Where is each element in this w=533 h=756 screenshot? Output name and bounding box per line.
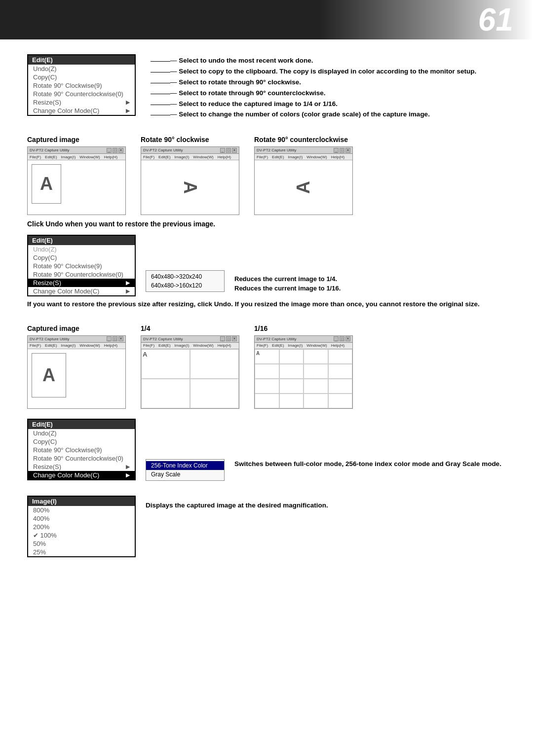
menu-item-800[interactable]: 800%: [28, 506, 135, 514]
desc-resize: — Select to reduce the captured image to…: [170, 100, 338, 109]
sixteenth-size-window: DV-PT2 Capture Utility _ □ ✕ File(F)Edit…: [254, 335, 353, 409]
menu-title-2: Edit(E): [28, 236, 135, 245]
sim-body-3: A: [255, 160, 352, 215]
resize-desc-row-1: Reduces the current image to 1/4.: [234, 275, 506, 283]
image-menu-row: Image(I) 800% 400% 200% ✔ 100% 50% 25% D…: [27, 496, 506, 557]
menu-item-resize-3[interactable]: Resize(S)▶: [28, 463, 135, 471]
page-number: 61: [478, 4, 513, 36]
captured-image-label: Captured image: [27, 136, 79, 144]
menu-item-color-2[interactable]: Change Color Mode(C)▶: [28, 287, 135, 295]
color-desc: Switches between full-color mode, 256-to…: [234, 459, 506, 469]
menu-item-rotate-ccw-2[interactable]: Rotate 90° Counterclockwise(0): [28, 270, 135, 279]
menu-item-copy-1[interactable]: Copy(C): [28, 73, 135, 81]
images-row-1: Captured image DV-PT2 Capture Utility _ …: [27, 136, 506, 215]
sim-menubar-1: File(F)Edit(E)Image(I)Window(W)Help(H): [28, 154, 125, 160]
menu-item-resize-1[interactable]: Resize(S)▶: [28, 98, 135, 107]
sixteenth-size-block: 1/16 DV-PT2 Capture Utility _ □ ✕ File(F…: [254, 324, 353, 409]
menu-title-3: Edit(E): [28, 420, 135, 429]
menu-item-undo-3[interactable]: Undo(Z): [28, 429, 135, 437]
menu-item-copy-2[interactable]: Copy(C): [28, 253, 135, 262]
rotate-ccw-block: Rotate 90° counterclockwise DV-PT2 Captu…: [254, 136, 353, 215]
descriptions-1: — Select to undo the most recent work do…: [151, 54, 506, 121]
menu-item-200[interactable]: 200%: [28, 523, 135, 531]
desc-undo: — Select to undo the most recent work do…: [170, 56, 313, 66]
desc-color-mode: — Select to change the number of colors …: [170, 110, 430, 119]
sim-menubar-2: File(F)Edit(E)Image(I)Window(W)Help(H): [141, 154, 239, 160]
resize-submenu: 640x480->320x240 640x480->160x120: [146, 270, 225, 292]
menu-title-1: Edit(E): [28, 55, 135, 65]
rotate-cw-label: Rotate 90° clockwise: [141, 136, 209, 144]
color-option-256[interactable]: 256-Tone Index Color: [146, 461, 224, 470]
menu-item-undo-2[interactable]: Undo(Z): [28, 245, 135, 253]
images-row-2: Captured image DV-PT2 Capture Utility _ …: [27, 324, 506, 409]
resize-descriptions: Reduces the current image to 1/4. Reduce…: [234, 270, 506, 292]
sim-menubar-3: File(F)Edit(E)Image(I)Window(W)Help(H): [255, 154, 352, 160]
menu-item-rotate-cw-1[interactable]: Rotate 90° Clockwise(9): [28, 81, 135, 90]
menu-item-400[interactable]: 400%: [28, 514, 135, 523]
undo-note: Click Undo when you want to restore the …: [27, 220, 506, 228]
image-menu-wrapper: Image(I) 800% 400% 200% ✔ 100% 50% 25%: [27, 496, 136, 557]
menu-item-50[interactable]: 50%: [28, 540, 135, 548]
color-option-grayscale[interactable]: Gray Scale: [146, 470, 224, 479]
captured-image-block: Captured image DV-PT2 Capture Utility _ …: [27, 136, 126, 215]
rotate-cw-block: Rotate 90° clockwise DV-PT2 Capture Util…: [141, 136, 239, 215]
resize-size-2: Reduces the current image to 1/16.: [234, 285, 341, 292]
desc-rotate-ccw: — Select to rotate through 90° countercl…: [170, 89, 325, 98]
resize-size-1: Reduces the current image to 1/4.: [234, 275, 337, 283]
resize-desc-row-2: Reduces the current image to 1/16.: [234, 285, 506, 292]
captured-image-block-2: Captured image DV-PT2 Capture Utility _ …: [27, 324, 126, 409]
color-submenu: 256-Tone Index Color Gray Scale: [146, 459, 225, 481]
section2: Edit(E) Undo(Z) Copy(C) Rotate 90° Clock…: [27, 235, 506, 309]
color-submenu-wrapper: 256-Tone Index Color Gray Scale: [146, 459, 225, 481]
image-menu: Image(I) 800% 400% 200% ✔ 100% 50% 25%: [27, 496, 136, 557]
menu-item-resize-2[interactable]: Resize(S)▶: [28, 279, 135, 287]
menu-item-color-1[interactable]: Change Color Mode(C)▶: [28, 107, 135, 115]
edit-menu-3-wrapper: Edit(E) Undo(Z) Copy(C) Rotate 90° Clock…: [27, 419, 136, 480]
quarter-size-window: DV-PT2 Capture Utility _ □ ✕ File(F)Edit…: [141, 335, 239, 409]
menu-item-undo-1[interactable]: Undo(Z): [28, 65, 135, 73]
sim-titlebar-2: DV-PT2 Capture Utility _ □ ✕: [141, 147, 239, 154]
menu-title-4: Image(I): [28, 497, 135, 506]
edit-menu-2: Edit(E) Undo(Z) Copy(C) Rotate 90° Clock…: [27, 235, 136, 296]
sim-titlebar-3: DV-PT2 Capture Utility _ □ ✕: [255, 147, 352, 154]
page-header: 61: [0, 0, 533, 39]
captured-image-window: DV-PT2 Capture Utility _ □ ✕ File(F)Edit…: [27, 146, 126, 215]
resize-submenu-wrapper: 640x480->320x240 640x480->160x120: [146, 270, 225, 292]
sixteenth-size-label: 1/16: [254, 324, 267, 332]
image-magnification-desc: Displays the captured image at the desir…: [146, 496, 506, 510]
section4: Image(I) 800% 400% 200% ✔ 100% 50% 25% D…: [27, 496, 506, 557]
rotate-cw-window: DV-PT2 Capture Utility _ □ ✕ File(F)Edit…: [141, 146, 239, 215]
rotate-ccw-label: Rotate 90° counterclockwise: [254, 136, 348, 144]
edit-menu-2-wrapper: Edit(E) Undo(Z) Copy(C) Rotate 90° Clock…: [27, 235, 136, 296]
edit-menu-1: Edit(E) Undo(Z) Copy(C) Rotate 90° Clock…: [27, 54, 136, 116]
menu-item-copy-3[interactable]: Copy(C): [28, 437, 135, 446]
sim-titlebar-1: DV-PT2 Capture Utility _ □ ✕: [28, 147, 125, 154]
menu-item-25[interactable]: 25%: [28, 548, 135, 556]
menu-item-rotate-ccw-1[interactable]: Rotate 90° Counterclockwise(0): [28, 90, 135, 98]
quarter-size-label: 1/4: [141, 324, 150, 332]
edit-menu-3: Edit(E) Undo(Z) Copy(C) Rotate 90° Clock…: [27, 419, 136, 480]
desc-copy: — Select to copy to the clipboard. The c…: [170, 67, 476, 76]
rotate-ccw-window: DV-PT2 Capture Utility _ □ ✕ File(F)Edit…: [254, 146, 353, 215]
section3: Edit(E) Undo(Z) Copy(C) Rotate 90° Clock…: [27, 419, 506, 481]
quarter-size-block: 1/4 DV-PT2 Capture Utility _ □ ✕ File(F)…: [141, 324, 239, 409]
sim-body-2: A: [141, 160, 239, 215]
menu-item-rotate-cw-3[interactable]: Rotate 90° Clockwise(9): [28, 446, 135, 454]
captured-image-window-2: DV-PT2 Capture Utility _ □ ✕ File(F)Edit…: [27, 335, 126, 409]
resize-undo-text: If you want to restore the previous size…: [27, 299, 506, 309]
resize-option-quarter[interactable]: 640x480->320x240: [146, 272, 224, 281]
menu-item-color-3[interactable]: Change Color Mode(C)▶: [28, 471, 135, 479]
sim-body-1: A: [28, 160, 125, 215]
menu-item-rotate-ccw-3[interactable]: Rotate 90° Counterclockwise(0): [28, 454, 135, 463]
section1: Edit(E) Undo(Z) Copy(C) Rotate 90° Clock…: [27, 54, 506, 121]
menu-item-rotate-cw-2[interactable]: Rotate 90° Clockwise(9): [28, 262, 135, 270]
desc-rotate-cw: — Select to rotate through 90° clockwise…: [170, 78, 301, 87]
captured-image-label-2: Captured image: [27, 324, 79, 332]
menu-item-100[interactable]: ✔ 100%: [28, 531, 135, 540]
resize-option-sixteenth[interactable]: 640x480->160x120: [146, 281, 224, 290]
